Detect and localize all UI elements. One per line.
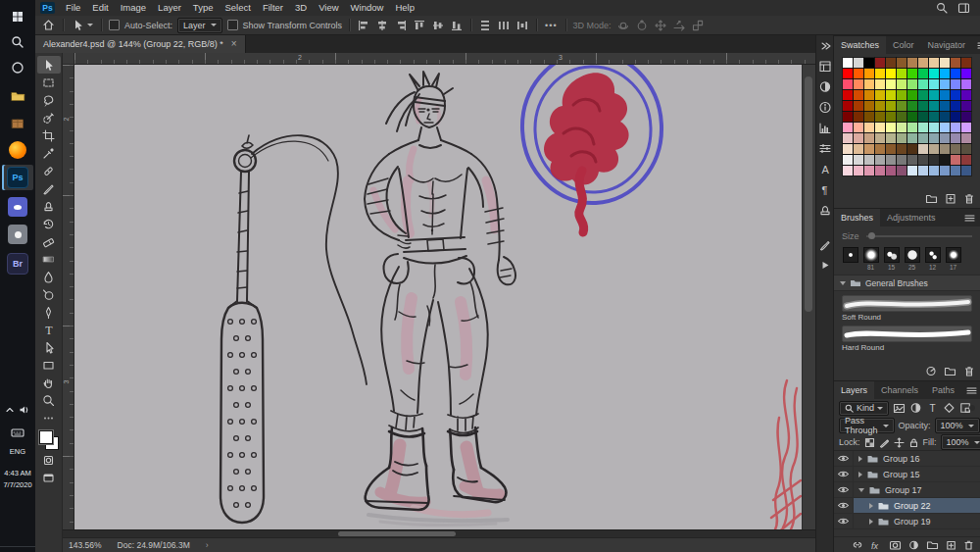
lock-image-icon[interactable] [879, 437, 890, 448]
package-app-icon[interactable] [2, 110, 33, 135]
swatch[interactable] [951, 69, 960, 78]
swatch[interactable] [918, 90, 928, 100]
adjustments-icon[interactable] [817, 79, 833, 94]
3d-slide-icon[interactable] [672, 18, 686, 33]
new-group-icon[interactable] [926, 540, 939, 550]
brush-item-soft-round[interactable] [842, 295, 972, 312]
swatch[interactable] [918, 166, 928, 176]
swatch[interactable] [843, 144, 853, 154]
swatch[interactable] [897, 101, 906, 111]
blur-tool[interactable] [37, 268, 61, 285]
status-options-chevron[interactable]: › [206, 540, 209, 550]
swatch[interactable] [854, 112, 863, 122]
swatch[interactable] [897, 112, 906, 122]
swatch[interactable] [929, 133, 939, 143]
tool-preset-move-icon[interactable] [71, 18, 94, 33]
eyedropper-tool[interactable] [37, 144, 61, 162]
swatch[interactable] [961, 58, 971, 68]
swatch[interactable] [961, 79, 971, 89]
swatch[interactable] [864, 123, 874, 132]
swatch[interactable] [843, 101, 853, 111]
swatch[interactable] [907, 166, 917, 176]
swatch[interactable] [864, 112, 874, 122]
swatch[interactable] [907, 133, 917, 143]
paragraph-icon[interactable]: ¶ [817, 182, 833, 197]
swatch[interactable] [843, 58, 853, 68]
layer-mask-icon[interactable] [889, 540, 902, 550]
layer-row-group-19[interactable]: Group 19 [834, 514, 980, 529]
3d-orbit-icon[interactable] [616, 18, 630, 33]
swatch[interactable] [897, 166, 906, 176]
swatch[interactable] [886, 69, 896, 78]
gradient-tool[interactable] [37, 250, 61, 268]
zoom-level-field[interactable]: 143.56% [69, 540, 102, 550]
swatch[interactable] [875, 69, 885, 78]
swatch[interactable] [886, 123, 896, 132]
tab-brushes[interactable]: Brushes [834, 209, 880, 226]
swatch[interactable] [907, 144, 917, 154]
swatch[interactable] [843, 166, 853, 176]
adjustment-layer-icon[interactable] [908, 540, 919, 550]
fill-field[interactable]: 100% [941, 434, 980, 450]
edit-toolbar-icon[interactable] [37, 409, 61, 427]
clock[interactable]: 4:43 AM [0, 469, 35, 477]
history-brush-tool[interactable] [37, 215, 61, 232]
layer-row-group-16[interactable]: Group 16 [834, 451, 980, 467]
swatch[interactable] [864, 155, 874, 165]
swatch[interactable] [864, 69, 874, 78]
3d-pan-icon[interactable] [654, 18, 667, 33]
align-left-icon[interactable] [357, 18, 370, 33]
swatch[interactable] [929, 69, 939, 78]
info-icon[interactable] [817, 100, 833, 115]
delete-brush-icon[interactable] [963, 366, 975, 376]
panel-menu-icon[interactable] [959, 209, 980, 226]
swatch[interactable] [961, 69, 971, 78]
foreground-color-swatch[interactable] [39, 430, 53, 444]
panel-menu-icon[interactable] [972, 36, 980, 54]
chat-app-icon[interactable] [2, 194, 33, 220]
swatch[interactable] [951, 112, 960, 122]
tab-paths[interactable]: Paths [925, 381, 961, 399]
brush-group-row[interactable]: General Brushes [834, 275, 980, 291]
swatch[interactable] [951, 166, 960, 176]
menu-3d[interactable]: 3D [289, 0, 313, 16]
tray-expand-icon[interactable] [5, 405, 15, 415]
collapse-panels-icon[interactable] [817, 38, 833, 53]
brush-tool[interactable] [37, 179, 61, 197]
swatch[interactable] [918, 155, 928, 165]
swatch[interactable] [961, 123, 971, 132]
swatch[interactable] [929, 155, 939, 165]
tab-layers[interactable]: Layers [834, 381, 874, 399]
zoom-tool[interactable] [37, 391, 61, 409]
move-tool[interactable] [37, 56, 61, 74]
lock-position-icon[interactable] [894, 437, 905, 448]
horizontal-scrollbar-track[interactable] [63, 529, 815, 537]
file-explorer-icon[interactable] [2, 82, 33, 108]
swatch[interactable] [961, 155, 971, 165]
delete-swatch-icon[interactable] [963, 193, 975, 204]
align-center-horizontal-icon[interactable] [375, 18, 389, 33]
vertical-ruler[interactable]: 2 3 [63, 65, 74, 529]
swatch[interactable] [929, 90, 939, 100]
search-icon[interactable] [2, 29, 33, 55]
distribute-spacing-icon[interactable] [515, 18, 529, 33]
swatch[interactable] [940, 79, 950, 89]
date[interactable]: 7/7/2020 [0, 480, 35, 489]
swatch[interactable] [864, 90, 874, 100]
swatch[interactable] [843, 90, 853, 100]
color-swatches-control[interactable] [38, 429, 60, 451]
swatch[interactable] [854, 166, 863, 176]
swatch[interactable] [843, 123, 853, 132]
layer-row-group-22[interactable]: Group 22 [834, 498, 980, 514]
tab-adjustments[interactable]: Adjustments [880, 209, 943, 226]
swatch[interactable] [918, 101, 928, 111]
color-icon[interactable] [817, 141, 833, 156]
brush-angle-icon[interactable] [925, 366, 937, 376]
swatch[interactable] [907, 155, 917, 165]
swatch[interactable] [951, 155, 960, 165]
hand-tool[interactable] [37, 374, 61, 391]
swatch[interactable] [940, 101, 950, 111]
swatch[interactable] [907, 123, 917, 132]
brush-preset[interactable]: 15 [883, 247, 900, 271]
distribute-vertical-icon[interactable] [478, 18, 492, 33]
